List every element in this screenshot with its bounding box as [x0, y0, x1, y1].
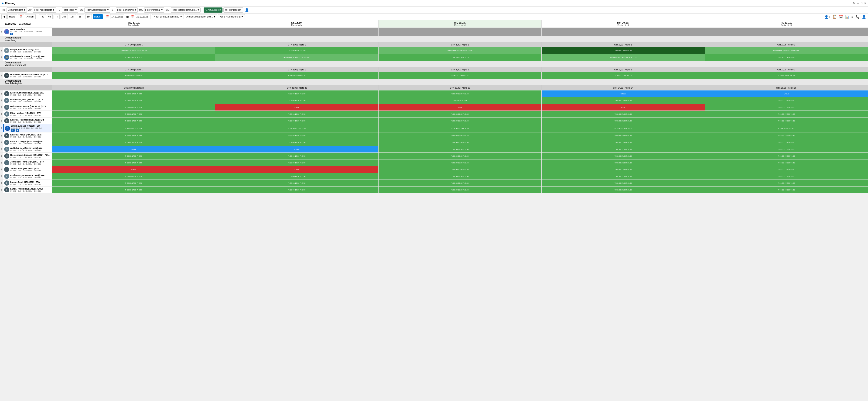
shift-1[interactable]: T: 08:00-17:30 P: 0.50 [215, 153, 378, 159]
shift-0[interactable]: T: 08:00-17:30 P: 0.50 [52, 97, 215, 104]
shift-cell-3[interactable] [541, 28, 705, 36]
shift-0[interactable]: T: 08:00-17:30 P: 0.50 [52, 173, 215, 179]
shift-2[interactable]: T: 08:00-17:30 P: 0.50 [378, 173, 541, 179]
shift-2[interactable]: T: 08:00-17:30 P: 0.50 [378, 166, 541, 173]
emp-extern1-cell[interactable]: E Extern 1, Raphael (HDL1020) | Ext U: 3… [3, 117, 52, 124]
shift-3[interactable]: F: 06:00-14:45 P:0.75 [541, 72, 705, 79]
shift-1[interactable]: T: 08:00-17:30 P: 0.50 [215, 97, 378, 104]
team-filter-select[interactable]: Filter Team ▼ [62, 7, 78, 12]
emp-lange-josef-cell[interactable]: L Lange, Josef (HDL1008) | STA U: 30,0 |… [3, 180, 52, 186]
emp-hiestermann-cell[interactable]: H Hiestermann, Luciano (HDL1012) | AZUBI… [3, 153, 52, 159]
shift-0[interactable]: T: 08:00-17:30 P: 0.50 [52, 90, 215, 97]
shift-1[interactable]: Homeoffice T: 08:45-17:30 P: 0.75 [215, 54, 378, 61]
shift-1[interactable]: T: 08:00-17:30 P: 0.50 [215, 160, 378, 166]
person-icon[interactable]: 👤 [862, 15, 866, 19]
shift-2[interactable]: T: 08:00-17:30 P: 0.50 [378, 133, 541, 139]
nach-btn[interactable]: Nach Einsatzarbeitsplatz ▼ [152, 14, 184, 19]
minimize-icon[interactable]: — [857, 2, 859, 4]
shift-1[interactable]: T: 08:00-17:30 P: 0.50 [215, 173, 378, 179]
shift-0[interactable]: T: 08:00-17:30 P: 0.50 [52, 139, 215, 146]
ap-filter-select[interactable]: Filter Arbeitsplatz ▼ [33, 7, 56, 12]
shift-1[interactable]: T: 08:00-17:30 P: 0.50 [215, 111, 378, 117]
shift-cell-0[interactable] [52, 28, 215, 36]
shift-2[interactable]: T: 08:00-17:30 P: 0.50 [378, 111, 541, 117]
shift-3[interactable]: T: 08:00-17:30 P: 0.50 [541, 187, 705, 193]
shift-4[interactable]: T: 08:00-17:30 P: 0.50 [705, 111, 868, 117]
shift-3[interactable]: T: 08:00-17:30 P: 0.50 [541, 166, 705, 173]
shift-0[interactable]: T: 08:00-17:30 P: 0.50 [52, 187, 215, 193]
s28t-btn[interactable]: 28T [77, 14, 84, 19]
phone-icon[interactable]: 📞 [856, 15, 860, 19]
shift-3[interactable]: T: 08:00-17:30 P: 0.50 [541, 139, 705, 146]
sg-filter-select[interactable]: Filter Schichtgruppe ▼ [84, 7, 110, 12]
tag-btn[interactable]: Tag [39, 14, 46, 19]
shift-2[interactable]: T: 08:45-17:30 P: 0.75 [378, 54, 541, 61]
shift-1[interactable]: T: 08:00-17:30 P: 0.50 [215, 90, 378, 97]
shift-1[interactable]: T: 08:00-17:30 P: 0.50 [215, 133, 378, 139]
heute-btn[interactable]: Heute [7, 14, 17, 19]
s10t-btn[interactable]: 10T [61, 14, 68, 19]
shift-4[interactable]: T: 08:00-17:30 P: 0.50 [705, 146, 868, 152]
shift-4[interactable]: Homeoffice T: 08:00-17:30 P:0.50 [705, 47, 868, 54]
s7t-btn[interactable]: 7T [54, 14, 60, 19]
shift-1[interactable]: F: 06:00-14:45 P:0.75 [215, 72, 378, 79]
refresh-button[interactable]: ↻ Aktualisieren [204, 7, 222, 12]
st-filter-select[interactable]: Filter Schichttyp ▼ [116, 7, 138, 12]
ansicht-btn[interactable]: Ansicht [25, 14, 36, 19]
shift-0[interactable]: Urlaub [52, 146, 215, 152]
shift-3[interactable]: T: 08:00-17:30 P: 0.50 [541, 117, 705, 124]
shift-2[interactable]: T: 08:00-17:30 P: 0.50 [378, 139, 541, 146]
emp-action-1[interactable]: 🔍 [11, 129, 15, 132]
shift-2[interactable]: F: 06:00-14:45 P:0.75 [378, 72, 541, 79]
emp-jordal-cell[interactable]: J Jordal, Jens (HDL1007) | STA U: 30,0 |… [3, 166, 52, 173]
shift-3[interactable]: Krank [541, 104, 705, 111]
prev-btn[interactable]: ◀ [1, 14, 6, 19]
emp-extern2-hdl1021-cell[interactable]: E Extern 2, Klaus (HDL1021) | Ext U: 30,… [3, 133, 52, 139]
clear-filter-button[interactable]: ✕ Filter löschen [223, 7, 243, 12]
shift-3[interactable]: T: 08:00-17:30 P: 0.50 [541, 133, 705, 139]
shift-1[interactable]: Krank [215, 104, 378, 111]
emp-extern3-cell[interactable]: E Extern 3, Gregor (HDL1022) | Ext U: 30… [3, 139, 52, 146]
profile-icon[interactable]: 👤 [245, 8, 249, 12]
shift-0[interactable]: T: 08:00-17:30 P: 0.50 [52, 180, 215, 186]
shift-4[interactable]: Urlaub [705, 90, 868, 97]
shift-2[interactable]: T: 08:00-17:30 P: 0.50 [378, 90, 541, 97]
emp-knühmann-cell[interactable]: K Knühmann, Horst (HDL1014) | STA U: 30,… [3, 173, 52, 179]
shift-2[interactable]: T: 08:00-17:30 P: 0.50 [378, 153, 541, 159]
shift-3[interactable]: Homeoffice T: 08:45-17:30 P: 0.75 [541, 54, 705, 61]
shift-4[interactable]: T: 08:00-17:30 P: 0.50 [705, 133, 868, 139]
shift-4[interactable]: T: 08:00-17:30 P: 0.50 [705, 117, 868, 124]
shift-0[interactable]: T: 08:00-17:30 P: 0.50 [52, 111, 215, 117]
shift-2[interactable]: S: 14:45-23:15 P: 0.50 [378, 124, 541, 132]
shift-1[interactable]: Urlaub [215, 146, 378, 152]
top-emp-cell[interactable]: 👤 Demomandant U: 113,0 | G: 0 | E: 00:00… [3, 28, 52, 36]
shift-0[interactable]: T: 08:00-17:30 P: 0.50 [52, 153, 215, 159]
shift-2[interactable]: T: 08:00-30 P: 0.50 [378, 97, 541, 104]
shift-3[interactable]: T: 08:00-17:30 P: 0.50 [541, 173, 705, 179]
emp-gellfährt-cell[interactable]: G Gellfährt, Ingolf (HDL1013) | STA U: 2… [3, 146, 52, 152]
shift-1[interactable]: S: 14:45-23:15 P: 0.50 [215, 124, 378, 132]
shift-1[interactable]: T: 08:00-17:30 P: 0.50 [215, 187, 378, 193]
shift-3[interactable]: T: 08:00-17:30 P: 0.50 [541, 153, 705, 159]
list-icon[interactable]: ≡ [851, 15, 853, 19]
emp-berger-cell[interactable]: R Berger, Rita (HDL1003) | STA U: 42,5 |… [3, 47, 52, 54]
shift-4[interactable]: F: 06:00-14:45 P:0.75 [705, 72, 868, 79]
shift-cell-2[interactable] [378, 28, 541, 36]
date-from-input[interactable]: 17.10.2022 [110, 14, 124, 19]
datum-btn[interactable]: Datum [93, 14, 103, 19]
aktualisierung-btn[interactable]: keine Aktualisierung ▼ [218, 14, 245, 19]
emp-druckerei-cell[interactable]: D Druckerei, Online10 (446280010) | STA … [3, 72, 52, 79]
emp-burmeister-cell[interactable]: B Burmeister, Ralf (HDL1011) | STA U: 30… [3, 97, 52, 104]
shift-3[interactable]: T: 08:00-17:30 P: 0.50 [541, 180, 705, 186]
shift-1[interactable]: T: 08:00-17:30 P: 0.50 [215, 139, 378, 146]
shift-0[interactable]: T: 08:00-17:30 P: 0.50 [52, 133, 215, 139]
emp-tag[interactable]: S [10, 33, 13, 35]
shift-0[interactable]: S: 14:45-23:15 P: 0.50 [52, 124, 215, 132]
shift-4[interactable]: T: 08:00-17:30 P: 0.50 [705, 180, 868, 186]
clipboard-icon[interactable]: 📋 [833, 15, 837, 19]
shift-3[interactable]: T: 08:00-17:30 P: 0.50 [541, 146, 705, 152]
emp-lange-phillip-cell[interactable]: L Lange, Phillip (HDL1015) | AZUBI U: 30… [3, 187, 52, 193]
ansicht-ma-btn[interactable]: Ansicht: Mitarbeiter Zeit... ▼ [185, 14, 217, 19]
shift-2[interactable]: T: 08:00-17:30 P: 0.50 [378, 117, 541, 124]
ma-filter-select[interactable]: Filter Personal ▼ [144, 7, 164, 12]
